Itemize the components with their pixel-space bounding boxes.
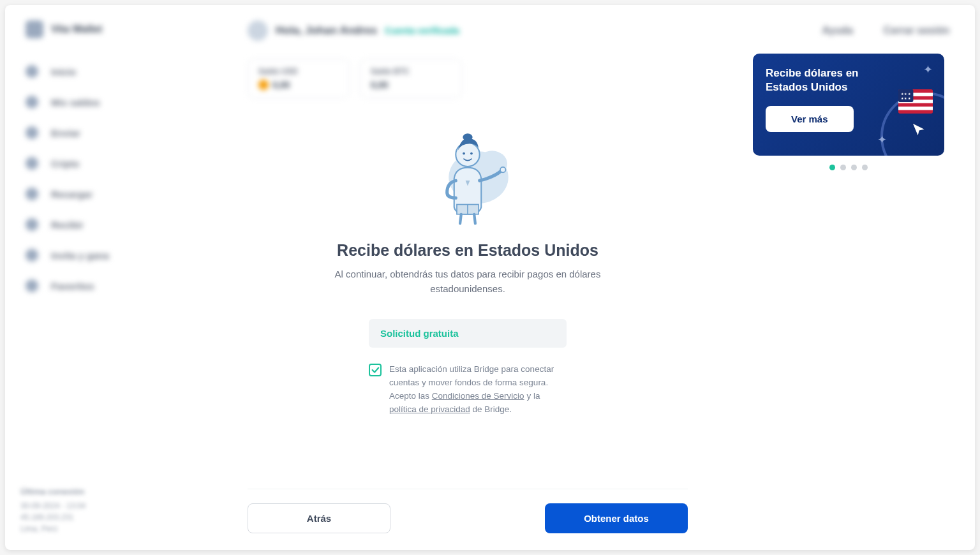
checkmark-icon — [371, 366, 380, 374]
header-actions: Ayuda Cerrar sesión — [822, 25, 949, 36]
logo-icon — [26, 20, 43, 38]
main-subtitle: Al continuar, obtendrás tus datos para r… — [334, 267, 602, 296]
send-icon — [26, 126, 38, 139]
privacy-link[interactable]: política de privacidad — [389, 404, 470, 414]
reload-icon — [26, 188, 38, 200]
nav-item-enviar: Enviar — [15, 117, 199, 148]
balance-usd: Saldo USD 0,00 — [248, 59, 350, 98]
action-bar: Atrás Obtener datos — [248, 489, 688, 533]
sparkle-icon: ✦ — [877, 133, 887, 147]
nav-item-invita: Invita y gana — [15, 240, 199, 270]
nav-item-favoritos: Favoritos — [15, 270, 199, 301]
crypto-icon — [26, 157, 38, 170]
promo-cta-button[interactable]: Ver más — [766, 106, 854, 132]
promo-title: Recibe dólares en Estados Unidos — [766, 66, 893, 94]
promo-card: ✦ ✦ Recibe dólares en Estados Unidos Ver… — [753, 54, 944, 156]
nav-item-recibir: Recibir — [15, 209, 199, 240]
svg-point-9 — [500, 167, 506, 173]
sidebar: Vita Wallet Inicio Mis saldos Enviar Cri… — [5, 5, 209, 550]
svg-line-17 — [474, 214, 475, 223]
nav-item-recargar: Recargar — [15, 179, 199, 209]
svg-point-13 — [470, 152, 473, 155]
main-panel: Recibe dólares en Estados Unidos Al cont… — [248, 126, 688, 417]
nav-item-inicio: Inicio — [15, 56, 199, 87]
dot-2[interactable] — [840, 165, 846, 170]
character-illustration-icon — [413, 126, 522, 228]
us-flag-icon: ★ ★ ★ ★ ★ ★ — [898, 89, 933, 114]
star-icon — [26, 279, 38, 292]
terms-link[interactable]: Condiciones de Servicio — [432, 391, 524, 401]
verified-badge: Cuenta verificada — [385, 26, 459, 36]
main-title: Recibe dólares en Estados Unidos — [248, 241, 688, 260]
svg-text:★ ★ ★: ★ ★ ★ — [901, 92, 911, 96]
back-button[interactable]: Atrás — [248, 503, 390, 533]
usd-icon — [258, 80, 269, 90]
nav-item-saldos: Mis saldos — [15, 87, 199, 117]
dot-3[interactable] — [851, 165, 857, 170]
receive-icon — [26, 218, 38, 231]
svg-text:★ ★ ★: ★ ★ ★ — [901, 96, 911, 100]
svg-point-12 — [463, 152, 465, 155]
nav-item-cripto: Cripto — [15, 148, 199, 179]
dot-4[interactable] — [862, 165, 868, 170]
submit-button[interactable]: Obtener datos — [545, 503, 688, 533]
balance-cards: Saldo USD 0,00 Saldo BTC 0,00 — [248, 59, 462, 98]
svg-point-11 — [463, 133, 472, 141]
cursor-icon — [910, 121, 928, 139]
home-icon — [26, 65, 38, 78]
logo-text: Vita Wallet — [51, 24, 102, 35]
sidebar-footer: Última conexión 30-09-2024 - 13:04 45.18… — [20, 485, 85, 535]
svg-rect-3 — [898, 107, 933, 110]
balance-btc: Saldo BTC 0,00 — [360, 59, 462, 98]
carousel-dots[interactable] — [753, 165, 944, 170]
invite-icon — [26, 249, 38, 262]
sparkle-icon: ✦ — [923, 63, 933, 77]
logout-link: Cerrar sesión — [884, 25, 949, 36]
greeting: Hola, Johan Andres — [276, 24, 377, 37]
header: Hola, Johan Andres Cuenta verificada Ayu… — [248, 20, 949, 41]
logo: Vita Wallet — [15, 20, 199, 38]
illustration — [248, 126, 688, 228]
consent-text: Esta aplicación utiliza Bridge para cone… — [389, 363, 567, 417]
wallet-icon — [26, 96, 38, 108]
free-request-badge: Solicitud gratuita — [369, 319, 567, 348]
dot-1[interactable] — [829, 165, 835, 170]
avatar — [248, 20, 268, 41]
svg-line-16 — [460, 214, 461, 223]
consent-row: Esta aplicación utiliza Bridge para cone… — [369, 363, 567, 417]
consent-checkbox[interactable] — [369, 364, 382, 376]
help-link: Ayuda — [822, 25, 853, 36]
